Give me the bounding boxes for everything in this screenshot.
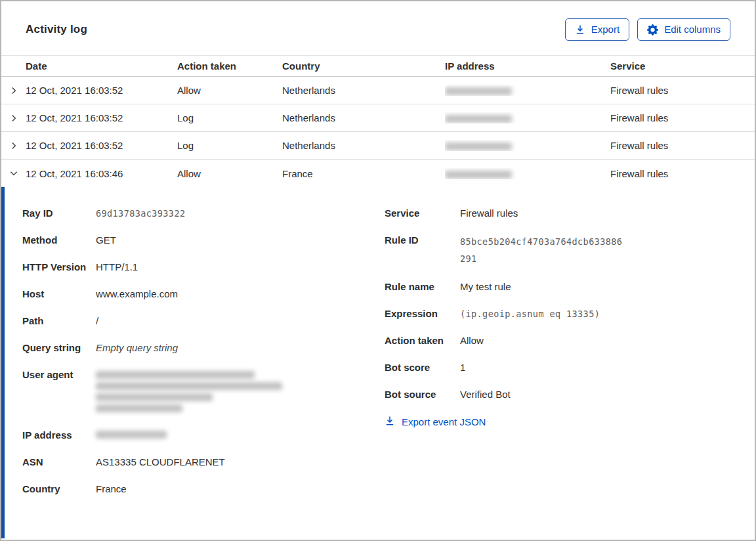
export-event-json-label: Export event JSON <box>402 416 486 427</box>
download-icon <box>385 416 395 428</box>
field-label: HTTP Version <box>22 260 96 274</box>
query-string-value: Empty query string <box>96 341 178 355</box>
row-service: Firewall rules <box>610 112 755 123</box>
ray-id-value: 69d13783ac393322 <box>96 206 185 221</box>
activity-log-panel: Activity log Export Edit columns Date Ac… <box>0 0 756 541</box>
path-value: / <box>96 314 98 328</box>
row-action-taken: Log <box>177 140 282 151</box>
row-country: France <box>282 168 445 179</box>
field-label: Action taken <box>385 334 460 348</box>
rule-name-value: My test rule <box>460 280 511 294</box>
field-label: Host <box>22 287 96 301</box>
country-value: France <box>96 482 127 496</box>
edit-columns-button[interactable]: Edit columns <box>637 18 730 41</box>
row-action-taken: Allow <box>177 85 282 96</box>
field-label: Ray ID <box>22 206 96 221</box>
table-row[interactable]: 12 Oct, 2021 16:03:52 Allow Netherlands … <box>1 77 755 104</box>
row-date: 12 Oct, 2021 16:03:52 <box>26 85 177 96</box>
table-row[interactable]: 12 Oct, 2021 16:03:52 Log Netherlands Fi… <box>1 132 755 160</box>
http-version-value: HTTP/1.1 <box>96 260 138 274</box>
chevron-right-icon[interactable] <box>9 141 18 150</box>
event-details-right-column: ServiceFirewall rules Rule ID85bce5b204c… <box>385 206 731 538</box>
row-action-taken: Log <box>177 112 282 123</box>
row-service: Firewall rules <box>610 85 755 96</box>
field-label: Country <box>22 482 96 496</box>
download-icon <box>575 24 585 35</box>
panel-header: Activity log Export Edit columns <box>1 1 755 55</box>
row-country: Netherlands <box>282 112 445 123</box>
chevron-right-icon[interactable] <box>9 86 18 95</box>
column-header-action-taken: Action taken <box>177 60 282 72</box>
field-label: Rule name <box>385 280 460 294</box>
column-header-service: Service <box>610 60 755 72</box>
asn-value: AS13335 CLOUDFLARENET <box>96 455 225 469</box>
table-row[interactable]: 12 Oct, 2021 16:03:52 Log Netherlands Fi… <box>1 104 755 132</box>
redacted-ip-address <box>445 142 512 150</box>
row-country: Netherlands <box>282 85 445 96</box>
export-button[interactable]: Export <box>565 18 629 41</box>
chevron-down-icon[interactable] <box>9 169 18 178</box>
row-date: 12 Oct, 2021 16:03:52 <box>26 140 177 151</box>
redacted-ip-address <box>445 171 512 179</box>
field-label: ASN <box>22 455 96 469</box>
page-title: Activity log <box>26 23 87 36</box>
column-header-ip-address: IP address <box>445 60 610 72</box>
column-header-country: Country <box>282 60 445 72</box>
table-row-expanded[interactable]: 12 Oct, 2021 16:03:46 Allow France Firew… <box>1 160 755 187</box>
redacted-ip-address <box>445 115 512 123</box>
service-value: Firewall rules <box>460 206 518 221</box>
row-service: Firewall rules <box>610 168 755 179</box>
bot-source-value: Verified Bot <box>460 387 511 402</box>
field-label: Bot source <box>385 387 460 402</box>
row-action-taken: Allow <box>177 168 282 179</box>
edit-columns-button-label: Edit columns <box>664 24 721 35</box>
rule-id-value: 85bce5b204cf4703a764dcb633886291 <box>460 233 624 267</box>
event-details-left-column: Ray ID69d13783ac393322 MethodGET HTTP Ve… <box>22 206 385 538</box>
row-date: 12 Oct, 2021 16:03:46 <box>26 168 177 179</box>
field-label: Path <box>22 314 96 328</box>
field-label: Service <box>385 206 460 221</box>
field-label: Query string <box>22 341 96 355</box>
redacted-user-agent <box>96 368 282 416</box>
row-country: Netherlands <box>282 140 445 151</box>
chevron-right-icon[interactable] <box>9 114 18 123</box>
field-label: Expression <box>385 307 460 321</box>
redacted-ip-address <box>96 431 167 439</box>
method-value: GET <box>96 233 116 248</box>
toolbar: Export Edit columns <box>565 18 730 41</box>
field-label: User agent <box>22 368 96 416</box>
gear-icon <box>647 24 658 35</box>
field-label: Bot score <box>385 360 460 375</box>
table-header-row: Date Action taken Country IP address Ser… <box>1 55 755 77</box>
action-taken-value: Allow <box>460 334 484 348</box>
row-service: Firewall rules <box>610 140 755 151</box>
export-event-json-link[interactable]: Export event JSON <box>385 416 486 428</box>
event-details-panel: Ray ID69d13783ac393322 MethodGET HTTP Ve… <box>1 187 755 538</box>
field-label: Rule ID <box>385 233 460 267</box>
column-header-date: Date <box>26 60 177 72</box>
host-value: www.example.com <box>96 287 178 301</box>
field-label: Method <box>22 233 96 248</box>
field-label: IP address <box>22 428 96 443</box>
redacted-ip-address <box>445 87 512 95</box>
export-button-label: Export <box>591 24 620 35</box>
expression-value: (ip.geoip.asnum eq 13335) <box>460 307 600 321</box>
bot-score-value: 1 <box>460 360 465 375</box>
row-date: 12 Oct, 2021 16:03:52 <box>26 112 177 123</box>
